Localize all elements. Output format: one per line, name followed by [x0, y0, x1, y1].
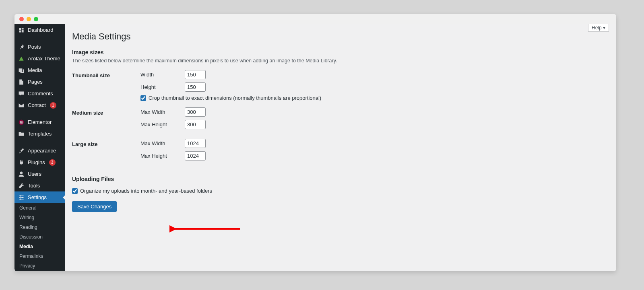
mail-icon: [18, 102, 25, 109]
sidebar-item-label: Tools: [28, 183, 40, 189]
sidebar-item-label: Media: [28, 67, 42, 73]
large-maxw-label: Max Width: [140, 140, 181, 146]
sidebar-item-users[interactable]: Users: [14, 168, 65, 180]
browser-window: Dashboard Posts Arolax Theme Media Pages…: [14, 14, 616, 271]
pin-icon: [18, 43, 25, 50]
sidebar-item-label: Contact: [28, 102, 46, 108]
sidebar-item-label: Comments: [28, 90, 53, 97]
thumbnail-crop-row[interactable]: Crop thumbnail to exact dimensions (norm…: [140, 95, 609, 101]
close-window-icon[interactable]: [19, 17, 24, 21]
sidebar-item-elementor[interactable]: Elementor: [14, 116, 65, 128]
theme-icon: [18, 55, 25, 62]
page-icon: [18, 78, 25, 85]
sidebar-item-pages[interactable]: Pages: [14, 76, 65, 88]
maximize-window-icon[interactable]: [34, 17, 38, 21]
sidebar-item-label: Arolax Theme: [28, 56, 60, 62]
sidebar-item-tools[interactable]: Tools: [14, 180, 65, 191]
elementor-icon: [18, 119, 25, 125]
plug-icon: [18, 159, 25, 166]
sidebar-item-label: Plugins: [28, 159, 45, 165]
sidebar-item-media[interactable]: Media: [14, 64, 65, 76]
sliders-icon: [18, 194, 25, 201]
medium-maxh-label: Max Height: [140, 121, 181, 128]
sidebar-item-templates[interactable]: Templates: [14, 128, 65, 140]
page-title: Media Settings: [72, 24, 609, 43]
thumbnail-crop-label: Crop thumbnail to exact dimensions (norm…: [149, 95, 321, 101]
wp-admin: Dashboard Posts Arolax Theme Media Pages…: [14, 24, 616, 271]
folder-icon: [18, 130, 25, 137]
organize-uploads-checkbox[interactable]: [72, 188, 78, 194]
sidebar-item-plugins[interactable]: Plugins 3: [14, 156, 65, 168]
user-icon: [18, 171, 25, 177]
large-maxh-input[interactable]: [185, 151, 206, 160]
thumbnail-crop-checkbox[interactable]: [140, 95, 146, 101]
svg-rect-4: [21, 123, 23, 123]
organize-uploads-row[interactable]: Organize my uploads into month- and year…: [72, 188, 609, 194]
plugins-badge: 3: [49, 159, 56, 166]
sidebar-item-arolax[interactable]: Arolax Theme: [14, 53, 65, 64]
medium-maxw-input[interactable]: [185, 107, 206, 117]
contact-badge: 1: [50, 102, 56, 109]
sidebar-item-label: Elementor: [28, 119, 52, 125]
medium-size-label: Medium size: [72, 107, 140, 138]
sidebar-sub-general[interactable]: General: [14, 203, 65, 213]
thumbnail-width-label: Width: [140, 72, 181, 78]
image-sizes-description: The sizes listed below determine the max…: [72, 58, 609, 64]
sidebar-item-label: Dashboard: [28, 27, 54, 33]
sidebar-item-comments[interactable]: Comments: [14, 88, 65, 99]
admin-sidebar: Dashboard Posts Arolax Theme Media Pages…: [14, 24, 65, 271]
svg-rect-3: [21, 122, 23, 123]
medium-maxh-input[interactable]: [185, 120, 206, 129]
svg-rect-2: [21, 121, 23, 121]
annotation-arrow-icon: [169, 225, 242, 233]
thumbnail-size-label: Thumbnail size: [72, 69, 140, 107]
sidebar-item-settings[interactable]: Settings: [14, 191, 65, 203]
svg-point-5: [20, 171, 22, 174]
sidebar-item-label: Appearance: [28, 148, 56, 154]
brush-icon: [18, 147, 25, 154]
sidebar-item-label: Users: [28, 171, 41, 177]
sidebar-sub-permalinks[interactable]: Permalinks: [14, 251, 65, 261]
wrench-icon: [18, 182, 25, 189]
sidebar-sub-writing[interactable]: Writing: [14, 213, 65, 222]
large-size-label: Large size: [72, 138, 140, 169]
thumbnail-height-label: Height: [140, 84, 181, 90]
window-titlebar: [14, 14, 616, 24]
media-icon: [18, 67, 25, 74]
svg-point-6: [20, 195, 21, 196]
sidebar-item-contact[interactable]: Contact 1: [14, 99, 65, 111]
svg-rect-1: [20, 121, 21, 123]
comments-icon: [18, 90, 25, 97]
help-tab[interactable]: Help ▾: [588, 24, 609, 32]
sidebar-sub-reading[interactable]: Reading: [14, 222, 65, 232]
svg-point-8: [20, 198, 21, 200]
thumbnail-width-input[interactable]: [185, 70, 206, 79]
medium-maxw-label: Max Width: [140, 109, 181, 115]
sidebar-item-label: Posts: [28, 44, 41, 50]
organize-uploads-label: Organize my uploads into month- and year…: [80, 188, 212, 194]
large-maxw-input[interactable]: [185, 139, 206, 148]
image-sizes-heading: Image sizes: [72, 49, 609, 56]
sidebar-item-appearance[interactable]: Appearance: [14, 145, 65, 156]
sidebar-item-dashboard[interactable]: Dashboard: [14, 24, 65, 36]
sidebar-item-label: Pages: [28, 79, 43, 85]
svg-point-7: [21, 197, 23, 198]
thumbnail-height-input[interactable]: [185, 82, 206, 92]
sidebar-sub-privacy[interactable]: Privacy: [14, 261, 65, 271]
sidebar-sub-media[interactable]: Media: [14, 242, 65, 251]
sidebar-item-label: Templates: [28, 131, 52, 137]
save-changes-button[interactable]: Save Changes: [72, 201, 117, 212]
minimize-window-icon[interactable]: [27, 17, 31, 21]
uploading-heading: Uploading Files: [72, 176, 609, 182]
sidebar-item-label: Settings: [28, 194, 47, 200]
sidebar-item-posts[interactable]: Posts: [14, 41, 65, 53]
dashboard-icon: [18, 27, 25, 33]
large-maxh-label: Max Height: [140, 153, 181, 159]
sidebar-sub-discussion[interactable]: Discussion: [14, 232, 65, 242]
form-table: Thumbnail size Width Height Crop thum: [72, 69, 609, 169]
main-content: Help ▾ Media Settings Image sizes The si…: [65, 24, 616, 271]
